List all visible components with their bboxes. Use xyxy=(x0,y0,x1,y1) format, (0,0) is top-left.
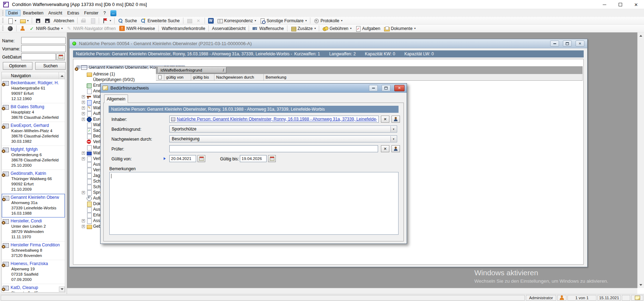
save-all-button[interactable] xyxy=(43,18,52,24)
menu-item-extras[interactable]: Extras xyxy=(65,10,81,16)
toolbar-button-sonstige-formulare[interactable]: Sonstige Formulare xyxy=(258,18,309,24)
toolbar-button-asservatübersicht[interactable]: Asservatübersicht xyxy=(210,26,247,31)
nachgewiesen-select[interactable]: Bescheinigung xyxy=(169,135,397,142)
list-item[interactable]: fdgfghf, fghfghOrdeniederung 638678 Clau… xyxy=(2,146,65,170)
beduerfnisgrund-select[interactable]: Sportschütze xyxy=(169,125,397,133)
bka-logo-button[interactable] xyxy=(6,25,15,32)
toolbar-button-zusätze[interactable]: Zusätze xyxy=(289,25,318,32)
expand-icon[interactable]: + xyxy=(82,95,85,98)
pruefer-clear-button[interactable] xyxy=(381,145,389,152)
dialog-titlebar[interactable]: Bedürfnisnachweis ✕ xyxy=(101,84,407,93)
list-item[interactable]: Bill Gates StiftungHauptplatz 438678 Cla… xyxy=(2,103,65,122)
list-item[interactable]: Gedönsrath, KatrinThüringer Waldweg 6699… xyxy=(2,170,65,194)
tree-item[interactable]: Überprüfungen (0/0/2) xyxy=(82,77,135,82)
dropdown-arrow-icon[interactable] xyxy=(61,27,63,30)
toolbar-button-nwr-suche[interactable]: NWR-Suche xyxy=(27,25,65,32)
dropdown-arrow-icon[interactable] xyxy=(15,19,16,22)
calendar-button[interactable] xyxy=(56,53,65,60)
scroll-up-button[interactable] xyxy=(59,72,65,79)
dropdown-arrow-icon[interactable] xyxy=(110,19,111,22)
vorname-input[interactable] xyxy=(21,45,66,52)
save-button[interactable] xyxy=(34,18,43,24)
suchen-button[interactable]: Suchen xyxy=(35,62,66,70)
gebdatum-input[interactable] xyxy=(21,53,56,60)
horizontal-scrollbar[interactable] xyxy=(67,288,637,294)
gueltig-bis-calendar-button[interactable] xyxy=(268,155,276,162)
child-minimize-button[interactable] xyxy=(550,41,559,47)
toolbar-button-protokolle[interactable]: Protokolle xyxy=(312,18,344,24)
status-note-icon[interactable] xyxy=(631,295,643,301)
tree-item[interactable]: Adresse (1) xyxy=(82,71,135,77)
dropdown-arrow-icon[interactable] xyxy=(341,19,342,22)
tab-allgemein[interactable]: Allgemein xyxy=(104,94,128,103)
restore-button[interactable] xyxy=(612,0,628,9)
expand-icon[interactable]: + xyxy=(82,101,85,104)
table-group-header[interactable]: IdWaffeBeduerfnisgrund / xyxy=(158,67,226,73)
pruefer-field[interactable] xyxy=(169,145,378,152)
toolbar-button-erweiterte-suche[interactable]: Erweiterte Suche xyxy=(139,18,181,24)
toolbar-button-gebühren[interactable]: Gebühren xyxy=(321,25,353,32)
dialog-minimize-button[interactable] xyxy=(369,85,378,91)
column-icon-cell[interactable] xyxy=(156,74,164,80)
menu-item-ansicht[interactable]: Ansicht xyxy=(46,10,65,16)
vertical-scrollbar[interactable] xyxy=(637,32,644,288)
child-close-button[interactable]: ✕ xyxy=(576,41,584,47)
chevron-down-icon[interactable] xyxy=(390,126,396,132)
chevron-down-icon[interactable] xyxy=(390,136,396,142)
inhaber-lookup-button[interactable] xyxy=(391,116,400,123)
list-item[interactable]: Hoeness, FranziskaAlpenweg 1907318 Saalf… xyxy=(2,260,65,284)
inhaber-clear-button[interactable] xyxy=(381,116,389,123)
list-item[interactable]: EwoExport, GerhardKaiser-Wilhelm-Platz 4… xyxy=(2,122,65,146)
open-folder-button[interactable] xyxy=(18,18,30,24)
menu-item-datei[interactable]: Datei xyxy=(6,10,20,16)
expand-icon[interactable]: + xyxy=(82,225,85,228)
gueltig-von-calendar-button[interactable] xyxy=(198,155,205,162)
list-item[interactable]: Hersteller, CondiUnter den Linden 238729… xyxy=(2,217,65,241)
dialog-maximize-button[interactable] xyxy=(382,85,390,91)
toolbar-button-suche[interactable]: Suche xyxy=(116,18,139,24)
menu-item-bearbeiten[interactable]: Bearbeiten xyxy=(20,10,46,16)
minimize-button[interactable] xyxy=(596,0,612,9)
toolbar-button-waffensuche[interactable]: Waffensuche xyxy=(250,25,285,32)
dialog-close-button[interactable]: ✕ xyxy=(394,85,405,91)
dropdown-arrow-icon[interactable] xyxy=(350,27,352,30)
remote-access-icon[interactable]: ↔ xyxy=(110,10,116,16)
column-header-gültig-von[interactable]: gültig von xyxy=(164,74,191,80)
person-button[interactable] xyxy=(18,25,27,32)
column-header-gültig-bis[interactable]: gültig bis xyxy=(191,74,214,80)
inhaber-field[interactable]: Natürliche Person: Genannt Kleinlehn Obe… xyxy=(169,116,379,123)
expand-icon[interactable]: + xyxy=(82,152,85,155)
expand-icon[interactable]: + xyxy=(82,157,85,160)
new-document-button[interactable] xyxy=(6,18,18,24)
bemerkungen-textarea[interactable] xyxy=(109,172,399,235)
scroll-up-button[interactable] xyxy=(638,32,644,39)
dropdown-arrow-icon[interactable] xyxy=(27,19,29,22)
toolbar-button-nwr-hinweise[interactable]: NWR-Hinweise xyxy=(117,25,157,31)
gueltig-bis-input[interactable]: 19.04.2026 xyxy=(240,155,267,162)
name-input[interactable] xyxy=(21,37,66,44)
menu-item-fenster[interactable]: Fenster xyxy=(81,10,101,16)
expand-icon[interactable]: + xyxy=(82,118,85,121)
column-header-nachgewiesen-durch[interactable]: Nachgewiesen durch xyxy=(214,74,264,80)
expand-icon[interactable]: + xyxy=(82,219,85,222)
list-item[interactable]: Hersteller Firma ConditionSchneeballweg … xyxy=(2,241,65,260)
inhaber-link[interactable]: Natürliche Person: Genannt Kleinlehn Obe… xyxy=(177,117,377,122)
word-button[interactable] xyxy=(206,18,215,24)
toolbar-button-aufgaben[interactable]: Aufgaben xyxy=(353,25,382,32)
list-item-selected[interactable]: Genannt Kleinlehn OberwAhornweg 31a37339… xyxy=(2,194,65,217)
toolbar-button-abbrechen[interactable]: Abbrechen xyxy=(52,18,76,24)
dropdown-arrow-icon[interactable] xyxy=(314,27,316,30)
scroll-down-button[interactable] xyxy=(638,282,644,288)
flag-button[interactable] xyxy=(101,18,113,24)
expand-icon[interactable]: + xyxy=(82,112,85,115)
toolbar-button-dokumente[interactable]: Dokumente xyxy=(382,25,417,32)
menu-item-help[interactable]: ? xyxy=(101,10,108,16)
person-window-titlebar[interactable]: Natürliche Person 00054 - Genannt Kleinl… xyxy=(69,39,587,48)
status-person-icon[interactable] xyxy=(557,295,566,301)
gueltig-von-input[interactable]: 20.04.2021 xyxy=(169,155,196,162)
list-item[interactable]: KatD, CleanupSternstraße 4538678 Clausth… xyxy=(2,284,65,293)
column-header-bemerkung[interactable]: Bemerkung xyxy=(264,74,583,80)
dropdown-arrow-icon[interactable] xyxy=(305,19,307,22)
list-item[interactable]: Beckenbauer, Rüdiger, H.Haarbergstraße 6… xyxy=(2,79,65,103)
child-maximize-button[interactable] xyxy=(563,41,572,47)
